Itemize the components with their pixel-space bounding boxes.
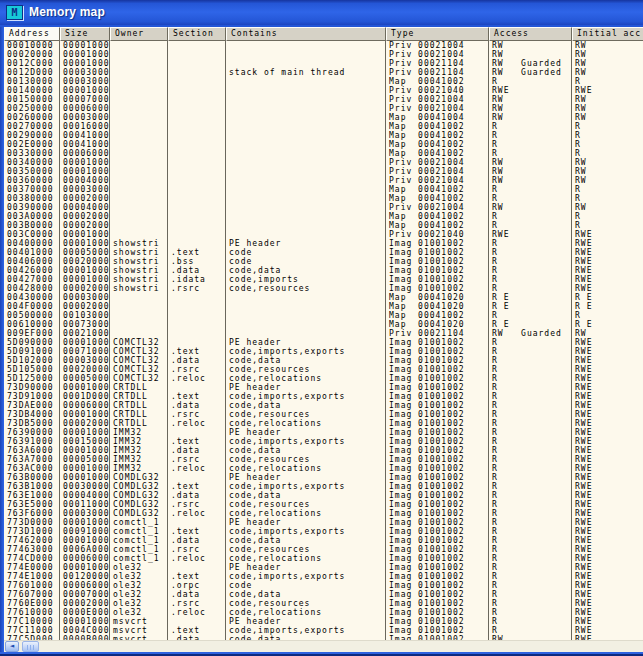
table-row[interactable]: 7639000000001000IMM32PE headerImag 01001… xyxy=(4,428,643,437)
column-header-initial_access[interactable]: Initial acc xyxy=(572,27,643,41)
table-row[interactable]: 0025000000006000Priv 00021004RWRW xyxy=(4,104,643,113)
cell-size: 00005000 xyxy=(60,248,110,257)
cell-size: 00003000 xyxy=(60,185,110,194)
table-row[interactable]: 0036000000004000Priv 00021004RWRW xyxy=(4,176,643,185)
table-row[interactable]: 0040000000001000showstriPE headerImag 01… xyxy=(4,239,643,248)
table-row[interactable]: 0033000000006000Map 00041002RR xyxy=(4,149,643,158)
table-row[interactable]: 0012D00000003000stack of main threadPriv… xyxy=(4,68,643,77)
table-row[interactable]: 0029000000041000Map 00041002RR xyxy=(4,131,643,140)
cell-initial_access: RWE xyxy=(572,527,643,536)
table-row[interactable]: 763B100000030000COMDLG32.textcode,import… xyxy=(4,482,643,491)
table-row[interactable]: 0042700000001000showstri.idatacode,impor… xyxy=(4,275,643,284)
table-row[interactable]: 773D000000001000comctl_1PE headerImag 01… xyxy=(4,518,643,527)
table-row[interactable]: 774E100000120000ole32.textcode,imports,e… xyxy=(4,572,643,581)
cell-contains: code,imports,exports xyxy=(226,572,386,581)
table-row[interactable]: 0050000000103000Map 00041002RR xyxy=(4,311,643,320)
table-row[interactable]: 774E000000001000ole32PE headerImag 01001… xyxy=(4,563,643,572)
column-header-size[interactable]: Size xyxy=(60,27,110,41)
table-row[interactable]: 003B000000002000Map 00041002RR xyxy=(4,221,643,230)
table-row[interactable]: 0013000000003000Map 00041002RR xyxy=(4,77,643,86)
table-row[interactable]: 003A000000002000Map 00041002RR xyxy=(4,212,643,221)
table-row[interactable]: 0012C00000001000Priv 00021104RW GuardedR… xyxy=(4,59,643,68)
table-row[interactable]: 73D9000000001000CRTDLLPE headerImag 0100… xyxy=(4,383,643,392)
table-row[interactable]: 73DB500000002000CRTDLL.reloccode,relocat… xyxy=(4,419,643,428)
cell-section xyxy=(168,113,226,122)
table-row[interactable]: 5D10500000020000COMCTL32.rsrccode,resour… xyxy=(4,365,643,374)
table-row[interactable]: 0043000000003000Map 00041020R ER E xyxy=(4,293,643,302)
table-row[interactable]: 0027000000016000Map 00041002RR xyxy=(4,122,643,131)
table-row[interactable]: 73D910000001D000CRTDLL.textcode,imports,… xyxy=(4,392,643,401)
cell-access: R xyxy=(489,554,572,563)
column-header-contains[interactable]: Contains xyxy=(226,27,386,41)
table-row[interactable]: 763AC00000001000IMM32.reloccode,relocati… xyxy=(4,464,643,473)
cell-address: 00610000 xyxy=(4,320,60,329)
table-row[interactable]: 5D10200000003000COMCTL32.datacode,dataIm… xyxy=(4,356,643,365)
table-row[interactable]: 73DAE00000006000CRTDLL.datacode,dataImag… xyxy=(4,401,643,410)
table-row[interactable]: 002E000000041000Map 00041002RR xyxy=(4,140,643,149)
cell-section: .text xyxy=(168,347,226,356)
table-row[interactable]: 763A700000005000IMM32.rsrccode,resources… xyxy=(4,455,643,464)
cell-owner: showstri xyxy=(110,257,168,266)
table-row[interactable]: 0015000000007000Priv 00021004RWRW xyxy=(4,95,643,104)
cell-type: Imag 01001002 xyxy=(386,473,489,482)
table-row[interactable]: 0035000000001000Priv 00021004RWRW xyxy=(4,167,643,176)
cell-section: .rsrc xyxy=(168,365,226,374)
memory-map-icon[interactable]: M xyxy=(6,5,23,20)
cell-initial_access: RWE xyxy=(572,545,643,554)
column-header-access[interactable]: Access xyxy=(489,27,572,41)
table-row[interactable]: 773D100000091000comctl_1.textcode,import… xyxy=(4,527,643,536)
table-row[interactable]: 7760100000006000ole32.orpccodeImag 01001… xyxy=(4,581,643,590)
column-header-owner[interactable]: Owner xyxy=(110,27,168,41)
table-row[interactable]: 73DB400000001000CRTDLL.rsrccode,resource… xyxy=(4,410,643,419)
cell-owner xyxy=(110,77,168,86)
cell-initial_access: RW xyxy=(572,95,643,104)
cell-access: R xyxy=(489,338,572,347)
table-row[interactable]: 7746200000001000comctl_1.datacode,dataIm… xyxy=(4,536,643,545)
cell-access: R xyxy=(489,563,572,572)
table-row[interactable]: 0042600000001000showstri.datacode,dataIm… xyxy=(4,266,643,275)
scroll-left-button[interactable]: ◄ xyxy=(5,641,19,652)
table-row[interactable]: 77C110000004C000msvcrt.textcode,imports,… xyxy=(4,626,643,635)
column-header-address[interactable]: Address xyxy=(4,27,60,41)
cell-type: Imag 01001002 xyxy=(386,536,489,545)
table-row[interactable]: 0014000000001000Priv 00021040RWERWE xyxy=(4,86,643,95)
cell-access: R xyxy=(489,545,572,554)
table-row[interactable]: 763F600000003000COMDLG32.reloccode,reloc… xyxy=(4,509,643,518)
table-row[interactable]: 7760E00000002000ole32.rsrccode,resources… xyxy=(4,599,643,608)
table-row[interactable]: 7639100000015000IMM32.textcode,imports,e… xyxy=(4,437,643,446)
table-row[interactable]: 0040100000005000showstri.textcodeImag 01… xyxy=(4,248,643,257)
table-row[interactable]: 0040600000020000showstri.bsscodeImag 010… xyxy=(4,257,643,266)
table-row[interactable]: 009EF00000021000Priv 00021104RW GuardedR… xyxy=(4,329,643,338)
table-row[interactable]: 004F000000002000Map 00041020R ER E xyxy=(4,302,643,311)
table-row[interactable]: 003C000000001000Priv 00021040RWERWE xyxy=(4,230,643,239)
table-row[interactable]: 774CD00000006000comctl_1.reloccode,reloc… xyxy=(4,554,643,563)
table-row[interactable]: 5D09100000071000COMCTL32.textcode,import… xyxy=(4,347,643,356)
scrollbar-thumb[interactable] xyxy=(22,641,39,652)
table-row[interactable]: 77C1000000001000msvcrtPE headerImag 0100… xyxy=(4,617,643,626)
table-row[interactable]: 776100000000E000ole32.reloccode,relocati… xyxy=(4,608,643,617)
table-row[interactable]: 763E100000004000COMDLG32.datacode,dataIm… xyxy=(4,491,643,500)
table-row[interactable]: 0001000000001000Priv 00021004RWRW xyxy=(4,41,643,50)
table-row[interactable]: 0042800000002000showstri.rsrccode,resour… xyxy=(4,284,643,293)
table-row[interactable]: 5D09000000001000COMCTL32PE headerImag 01… xyxy=(4,338,643,347)
table-row[interactable]: 5D12500000005000COMCTL32.reloccode,reloc… xyxy=(4,374,643,383)
table-row[interactable]: 763A600000001000IMM32.datacode,dataImag … xyxy=(4,446,643,455)
table-row[interactable]: 774630000006A000comctl_1.rsrccode,resour… xyxy=(4,545,643,554)
cell-type: Imag 01001002 xyxy=(386,356,489,365)
window-titlebar[interactable]: M Memory map xyxy=(0,0,643,25)
table-row[interactable]: 0037000000003000Map 00041002RR xyxy=(4,185,643,194)
table-row[interactable]: 0061000000073000Map 00041020R ER E xyxy=(4,320,643,329)
cell-initial_access: RWE xyxy=(572,284,643,293)
table-row[interactable]: 0002000000001000Priv 00021004RWRW xyxy=(4,50,643,59)
column-header-section[interactable]: Section xyxy=(168,27,226,41)
scrollbar-thumb-grip-icon xyxy=(27,645,35,650)
table-row[interactable]: 0039000000004000Priv 00021004RWRW xyxy=(4,203,643,212)
table-row[interactable]: 763B000000001000COMDLG32PE headerImag 01… xyxy=(4,473,643,482)
table-row[interactable]: 7760700000007000ole32.datacode,dataImag … xyxy=(4,590,643,599)
column-header-type[interactable]: Type xyxy=(386,27,489,41)
table-row[interactable]: 763E500000011000COMDLG32.rsrccode,resour… xyxy=(4,500,643,509)
table-row[interactable]: 0034000000001000Priv 00021004RWRW xyxy=(4,158,643,167)
table-row[interactable]: 0026000000003000Map 00041004RWRW xyxy=(4,113,643,122)
cell-size: 00001000 xyxy=(60,59,110,68)
table-row[interactable]: 0038000000002000Map 00041002RR xyxy=(4,194,643,203)
